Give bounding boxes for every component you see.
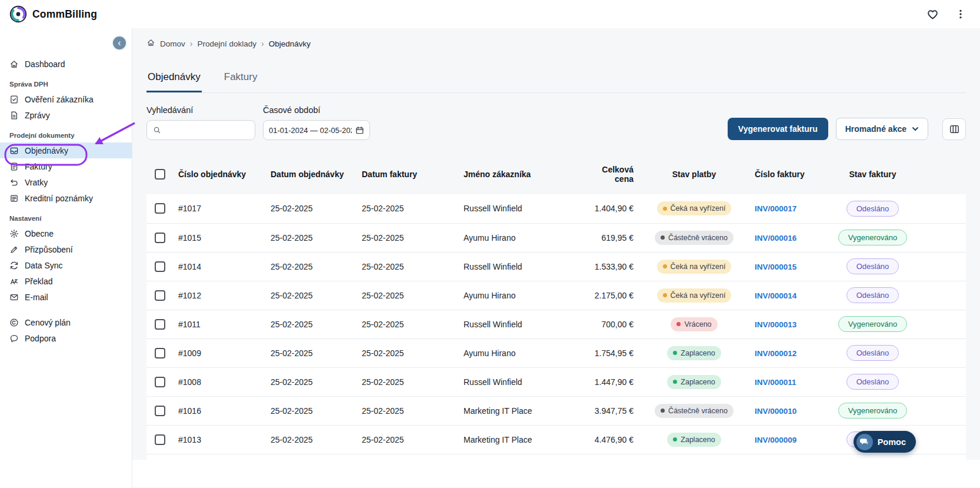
translate-icon: [9, 277, 19, 286]
order-date: 25-02-2025: [269, 252, 361, 281]
payment-status-badge: Zaplaceno: [667, 346, 721, 360]
row-checkbox[interactable]: [155, 434, 165, 445]
sidebar-item-kreditni-poznamky[interactable]: Kreditní poznámky: [0, 190, 132, 206]
bulk-actions-button[interactable]: Hromadné akce: [836, 118, 928, 140]
sidebar-item-label: Cenový plán: [25, 318, 71, 327]
row-checkbox[interactable]: [155, 319, 165, 330]
orders-table: Číslo objednávky Datum objednávky Datum …: [146, 157, 966, 460]
invoice-status-badge: Vygenerováno: [838, 316, 907, 332]
sidebar-item-label: Data Sync: [25, 261, 63, 270]
status-dot: [661, 235, 665, 240]
invoice-number-link[interactable]: INV/000009: [755, 436, 796, 444]
row-checkbox[interactable]: [155, 377, 165, 387]
table-row: #101025-02-202525-02-2025Marketing IT Pl…: [146, 454, 966, 460]
payment-status-badge: Částečně vráceno: [655, 231, 734, 245]
sidebar-section-title: Správa DPH: [9, 81, 122, 88]
sidebar-item-label: Objednávky: [25, 146, 68, 155]
column-settings-button[interactable]: [942, 118, 966, 140]
reports-icon: [9, 111, 19, 120]
payment-status-badge: Vráceno: [671, 317, 717, 331]
total-price: 700,00 €: [585, 310, 639, 338]
invoice-date: 25-02-2025: [361, 281, 462, 310]
help-button[interactable]: Pomoc: [854, 431, 916, 453]
select-all-checkbox[interactable]: [155, 169, 165, 180]
settings-gear-icon: [9, 229, 19, 238]
table-row: #101525-02-202525-02-2025Ayumu Hirano619…: [146, 223, 966, 252]
sidebar-item-data-sync[interactable]: Data Sync: [0, 257, 132, 273]
tab-objednavky[interactable]: Objednávky: [146, 68, 202, 92]
order-number: #1010: [177, 454, 269, 460]
heart-icon[interactable]: [925, 7, 940, 22]
sidebar-item-podpora[interactable]: Podpora: [0, 330, 132, 346]
row-checkbox[interactable]: [155, 261, 165, 272]
invoice-number-link[interactable]: INV/000016: [755, 234, 796, 243]
order-number: #1016: [177, 396, 269, 425]
order-date: 25-02-2025: [269, 338, 361, 367]
help-label: Pomoc: [878, 437, 906, 447]
kebab-menu-icon[interactable]: [954, 8, 967, 21]
invoice-number-link[interactable]: INV/000014: [755, 291, 796, 300]
customer-name: Ayumu Hirano: [462, 223, 585, 252]
orders-table-body: #101725-02-202525-02-2025Russell Winfiel…: [146, 194, 966, 460]
order-number: #1011: [177, 310, 269, 338]
sidebar-item-preklad[interactable]: Překlad: [0, 273, 132, 289]
sidebar-section-title: Nastavení: [9, 215, 122, 222]
sidebar-item-obecne[interactable]: Obecne: [0, 225, 132, 241]
sidebar-item-label: E-mail: [25, 293, 48, 302]
credit-notes-icon: [9, 194, 19, 203]
invoice-number-link[interactable]: INV/000017: [755, 204, 796, 213]
home-icon: [9, 59, 19, 69]
breadcrumb-sales-docs[interactable]: Prodejní doklady: [197, 39, 256, 48]
sidebar-item-overeni-zakaznika[interactable]: Ověření zákazníka: [0, 91, 132, 107]
payment-status-badge: Čeká na vyřízení: [657, 260, 732, 274]
date-range-input[interactable]: 01-01-2024 — 02-05-202: [263, 120, 370, 140]
sidebar-item-objednavky[interactable]: Objednávky: [0, 142, 132, 158]
col-customer-name: Jméno zákazníka: [462, 157, 585, 194]
support-icon: [9, 334, 19, 343]
row-checkbox[interactable]: [155, 290, 165, 301]
table-row: #100925-02-202525-02-2025Ayumu Hirano1.7…: [146, 338, 966, 367]
order-number: #1017: [177, 194, 269, 223]
total-price: 4.476,90 €: [585, 425, 639, 454]
payment-status-badge: Zaplaceno: [667, 375, 721, 389]
calendar-icon: [355, 126, 364, 135]
invoice-number-link[interactable]: INV/000015: [755, 263, 796, 271]
status-dot: [673, 380, 677, 384]
invoice-number-link[interactable]: INV/000010: [755, 407, 796, 416]
sidebar-item-label: Zprávy: [25, 111, 50, 120]
row-checkbox[interactable]: [155, 203, 165, 214]
total-price: 1.447,90 €: [585, 367, 639, 396]
sidebar-item-vratky[interactable]: Vratky: [0, 174, 132, 190]
invoices-icon: [9, 162, 19, 171]
total-price: 1.533,90 €: [585, 252, 639, 281]
order-number: #1015: [177, 223, 269, 252]
sidebar-collapse-button[interactable]: ‹: [112, 35, 127, 51]
row-checkbox[interactable]: [155, 406, 165, 416]
sidebar-item-cenovy-plan[interactable]: Cenový plán: [0, 314, 132, 330]
sidebar-item-zpravy[interactable]: Zprávy: [0, 107, 132, 123]
invoice-date: 25-02-2025: [361, 310, 462, 338]
filter-row: Vyhledávání Časové období 01-01-2024 — 0…: [146, 105, 966, 140]
sidebar-item-label: Obecne: [25, 229, 54, 238]
sidebar-item-dashboard[interactable]: Dashboard: [0, 56, 132, 72]
invoice-number-link[interactable]: INV/000013: [755, 320, 796, 329]
row-checkbox[interactable]: [155, 233, 165, 243]
total-price: 1.404,90 €: [585, 194, 639, 223]
sidebar-item-prizpusobeni[interactable]: Přizpůsobení: [0, 241, 132, 257]
status-dot: [663, 207, 667, 211]
invoice-number-link[interactable]: INV/000011: [755, 378, 796, 387]
invoice-status-badge: Odesláno: [846, 258, 899, 274]
search-input[interactable]: [165, 125, 249, 135]
sidebar-item-e-mail[interactable]: E-mail: [0, 289, 132, 305]
generate-invoice-button[interactable]: Vygenerovat fakturu: [728, 118, 828, 140]
tab-faktury[interactable]: Faktury: [223, 68, 259, 92]
order-date: 25-02-2025: [269, 454, 361, 460]
chevron-left-icon: ‹: [118, 38, 121, 48]
bulk-actions-label: Hromadné akce: [845, 124, 906, 134]
row-checkbox[interactable]: [155, 348, 165, 358]
invoice-date: 25-02-2025: [361, 252, 462, 281]
sidebar-item-faktury[interactable]: Faktury: [0, 158, 132, 174]
col-invoice-date: Datum faktury: [361, 157, 462, 194]
breadcrumb-home[interactable]: Domov: [160, 39, 185, 48]
invoice-number-link[interactable]: INV/000012: [755, 349, 796, 358]
